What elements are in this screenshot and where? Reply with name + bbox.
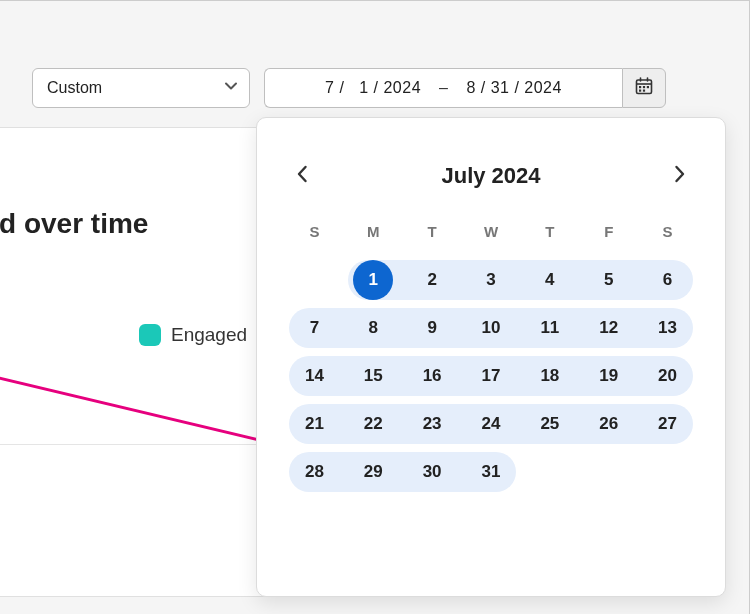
calendar-day[interactable]: 3 — [471, 260, 511, 300]
calendar-popover: July 2024 S M T W T F S 1234567891011121… — [256, 117, 726, 597]
calendar-day[interactable]: 25 — [530, 404, 570, 444]
legend-swatch — [139, 324, 161, 346]
calendar-title: July 2024 — [441, 163, 540, 189]
calendar-day[interactable]: 27 — [648, 404, 688, 444]
chart-line-plot — [0, 358, 259, 448]
chart-legend: Engaged — [139, 324, 247, 346]
chevron-down-icon — [223, 78, 239, 98]
calendar-week-row: 14151617181920 — [285, 352, 697, 400]
calendar-day[interactable]: 18 — [530, 356, 570, 396]
calendar-day[interactable]: 20 — [648, 356, 688, 396]
svg-rect-7 — [639, 90, 641, 92]
calendar-week-row: 21222324252627 — [285, 400, 697, 448]
calendar-day[interactable]: 13 — [648, 308, 688, 348]
chevron-right-icon — [669, 164, 689, 188]
calendar-week-row: 28293031 — [285, 448, 697, 496]
calendar-day[interactable]: 12 — [589, 308, 629, 348]
calendar-day-empty — [648, 452, 688, 492]
calendar-day[interactable]: 8 — [353, 308, 393, 348]
calendar-day[interactable]: 2 — [412, 260, 452, 300]
calendar-day[interactable]: 22 — [353, 404, 393, 444]
calendar-dow-row: S M T W T F S — [285, 216, 697, 246]
dow-label: S — [663, 216, 673, 246]
dow-label: T — [545, 216, 554, 246]
calendar-day[interactable]: 29 — [353, 452, 393, 492]
calendar-next-button[interactable] — [661, 158, 697, 194]
calendar-day[interactable]: 5 — [589, 260, 629, 300]
calendar-day[interactable]: 4 — [530, 260, 570, 300]
date-range-start: 7 / 1 / 2024 — [325, 79, 421, 97]
calendar-day-empty — [294, 260, 334, 300]
date-range-input-group: 7 / 1 / 2024 – 8 / 31 / 2024 — [264, 68, 666, 108]
chart-series-line — [0, 378, 259, 440]
calendar-button[interactable] — [622, 68, 666, 108]
svg-rect-6 — [647, 86, 649, 88]
date-range-input[interactable]: 7 / 1 / 2024 – 8 / 31 / 2024 — [264, 68, 622, 108]
calendar-prev-button[interactable] — [285, 158, 321, 194]
calendar-day[interactable]: 31 — [471, 452, 511, 492]
chart-title: d over time — [0, 208, 148, 240]
chevron-left-icon — [293, 164, 313, 188]
calendar-day[interactable]: 16 — [412, 356, 452, 396]
calendar-day[interactable]: 17 — [471, 356, 511, 396]
calendar-week-row: 78910111213 — [285, 304, 697, 352]
dow-label: M — [367, 216, 380, 246]
calendar-day[interactable]: 10 — [471, 308, 511, 348]
calendar-icon — [634, 76, 654, 100]
calendar-day-empty — [530, 452, 570, 492]
date-range-preset-label: Custom — [47, 79, 102, 97]
calendar-day[interactable]: 15 — [353, 356, 393, 396]
dow-label: F — [604, 216, 613, 246]
dow-label: S — [309, 216, 319, 246]
calendar-grid: S M T W T F S 12345678910111213141516171… — [285, 216, 697, 496]
legend-label: Engaged — [171, 324, 247, 346]
calendar-header: July 2024 — [285, 158, 697, 194]
calendar-day[interactable]: 23 — [412, 404, 452, 444]
date-range-end: 8 / 31 / 2024 — [466, 79, 561, 97]
dow-label: T — [428, 216, 437, 246]
calendar-range-highlight — [348, 260, 693, 300]
calendar-day[interactable]: 11 — [530, 308, 570, 348]
svg-rect-8 — [643, 90, 645, 92]
calendar-day[interactable]: 30 — [412, 452, 452, 492]
calendar-day[interactable]: 24 — [471, 404, 511, 444]
calendar-day[interactable]: 1 — [353, 260, 393, 300]
svg-rect-5 — [643, 86, 645, 88]
chart-divider — [0, 444, 259, 445]
svg-rect-4 — [639, 86, 641, 88]
calendar-day[interactable]: 6 — [648, 260, 688, 300]
calendar-day[interactable]: 26 — [589, 404, 629, 444]
calendar-week-row: 123456 — [285, 256, 697, 304]
toolbar: Custom 7 / 1 / 2024 – 8 / 31 / 2024 — [0, 63, 749, 113]
dow-label: W — [484, 216, 498, 246]
calendar-day[interactable]: 19 — [589, 356, 629, 396]
calendar-day[interactable]: 9 — [412, 308, 452, 348]
date-range-preset-select[interactable]: Custom — [32, 68, 250, 108]
date-range-separator: – — [439, 79, 448, 97]
calendar-day-empty — [589, 452, 629, 492]
